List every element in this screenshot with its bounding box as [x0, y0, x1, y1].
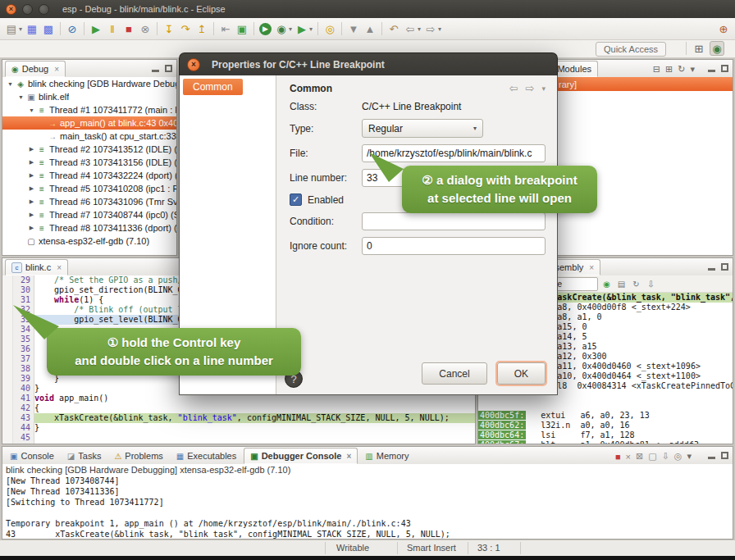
debug-tree-row[interactable]: ▼◈blink checking [GDB Hardware Debug — [2, 77, 176, 90]
debug-tree-row[interactable]: ▶≡Thread #7 1073408744 (ipc0) (Susp — [2, 208, 176, 221]
line-number[interactable]: 38 — [13, 364, 30, 374]
step-over-icon[interactable]: ↷ — [178, 21, 193, 36]
disassembly-line[interactable] — [478, 401, 733, 411]
debug-tree-row[interactable]: ▶≡Thread #8 1073411336 (dport) (Sus — [2, 221, 176, 234]
back-icon[interactable]: ⇦ — [403, 21, 418, 36]
line-number[interactable]: 37 — [13, 354, 30, 364]
line-number[interactable]: 36 — [13, 344, 30, 354]
debug-icon[interactable]: ◉ — [274, 21, 289, 36]
maximize-view-icon[interactable] — [721, 452, 728, 459]
back-icon[interactable]: ⇦ — [509, 82, 518, 94]
step-return-icon[interactable]: ↥ — [194, 21, 209, 36]
code-line[interactable]: } — [34, 423, 475, 433]
save-icon[interactable]: ▦ — [25, 21, 39, 36]
tab-console[interactable]: ▣Console — [4, 448, 60, 464]
resume-icon[interactable]: ▶ — [89, 21, 103, 36]
dialog-titlebar[interactable]: × Properties for C/C++ Line Breakpoint — [179, 52, 558, 75]
pin-editor-icon[interactable]: ⊕ — [716, 21, 731, 36]
tree-expander-icon[interactable]: ▶ — [27, 198, 36, 205]
dialog-close-button[interactable]: × — [187, 58, 200, 71]
debug-tree-row[interactable]: ▶≡Thread #5 1073410208 (ipc1 : Runni — [2, 182, 176, 195]
tab-tasks[interactable]: ◪Tasks — [62, 448, 107, 464]
window-maximize-button[interactable] — [39, 4, 49, 15]
debug-tree-row-selected[interactable]: →app_main() at blink.c:43 0x400db — [2, 116, 176, 130]
skip-all-breakpoints-icon[interactable]: ⊘ — [65, 21, 80, 36]
ignore-count-input[interactable] — [362, 237, 546, 255]
modules-selected-row[interactable]: rary] — [537, 77, 733, 91]
tree-expander-icon[interactable]: ▶ — [27, 172, 36, 179]
tab-problems[interactable]: ⚠Problems — [108, 448, 168, 464]
line-number[interactable]: 40 — [13, 384, 30, 394]
last-edit-location-icon[interactable]: ↶ — [386, 21, 401, 36]
search-icon[interactable]: ◎ — [322, 21, 337, 36]
debug-tree-row[interactable]: ▶≡Thread #6 1073431096 (Tmr Svc) (S — [2, 195, 176, 208]
open-perspective-icon[interactable]: ⊞ — [692, 41, 706, 56]
external-tools-icon-menu[interactable]: ▾ — [309, 25, 313, 33]
history-menu-icon[interactable]: ▾ — [541, 84, 546, 93]
disconnect-icon[interactable]: ⊗ — [138, 21, 153, 36]
clear-console-icon[interactable]: ▢ — [648, 451, 656, 462]
line-number[interactable]: 31 — [13, 295, 30, 305]
line-number[interactable]: 43 — [13, 413, 30, 423]
debug-tree-row[interactable]: ▢xtensa-esp32-elf-gdb (7.10) — [2, 234, 176, 248]
line-number[interactable]: 42 — [13, 403, 30, 413]
close-tab-icon[interactable]: × — [346, 452, 351, 461]
line-number[interactable]: 30 — [13, 285, 30, 295]
previous-annotation-icon[interactable]: ▲ — [363, 21, 377, 36]
step-into-icon[interactable]: ↧ — [162, 21, 176, 36]
debug-perspective-icon[interactable]: ◉ — [710, 41, 724, 56]
instruction-stepping-icon[interactable]: ▣ — [235, 21, 249, 36]
tab-executables[interactable]: ▦Executables — [171, 448, 242, 464]
condition-input[interactable] — [362, 212, 546, 230]
quick-access-button[interactable]: Quick Access — [596, 42, 666, 57]
type-dropdown[interactable]: Regular ▾ — [362, 119, 483, 138]
tab-blink-c[interactable]: c blink.c × — [5, 259, 68, 275]
remove-all-launches-icon[interactable]: ⊠ — [636, 451, 643, 462]
expand-all-icon[interactable]: ⊞ — [665, 64, 673, 75]
pin-console-icon[interactable]: ◎ — [674, 451, 682, 462]
line-number[interactable]: 39 — [13, 374, 30, 384]
tree-expander-icon[interactable]: ▶ — [27, 146, 36, 153]
disassembly-line[interactable]: 400dbc67: blt a1, 0x400dbc81 <__adddf3 — [478, 440, 733, 444]
remove-launch-icon[interactable]: × — [626, 452, 631, 462]
tree-expander-icon[interactable]: ▼ — [27, 107, 36, 113]
back-icon-menu[interactable]: ▾ — [418, 25, 421, 33]
forward-icon[interactable]: ⇨ — [423, 21, 438, 36]
minimize-view-icon[interactable] — [708, 457, 715, 459]
minimize-view-icon[interactable] — [152, 70, 159, 72]
scroll-lock-icon[interactable]: ⇩ — [645, 278, 657, 290]
view-menu-icon[interactable]: ▾ — [690, 64, 695, 75]
disassembly-line[interactable]: 400dbc5f: extui a6, a0, 23, 13 — [478, 411, 733, 421]
disassembly-line[interactable]: 400dbc62: l32i.n a0, a0, 16 — [478, 421, 733, 430]
code-line[interactable]: xTaskCreate(&blink_task, "blink_task", c… — [34, 413, 475, 423]
forward-icon[interactable]: ⇨ — [526, 82, 535, 94]
maximize-view-icon[interactable] — [721, 65, 728, 72]
window-close-button[interactable]: × — [6, 4, 16, 15]
minimize-view-icon[interactable] — [708, 268, 715, 271]
debug-tree-row[interactable]: ▼≡Thread #1 1073411772 (main : Runn — [2, 103, 176, 116]
breakpoint-margin[interactable] — [2, 275, 13, 444]
tree-expander-icon[interactable]: ▼ — [16, 94, 25, 100]
tree-expander-icon[interactable]: ▶ — [27, 185, 36, 192]
new-wizard-icon[interactable]: ▤ — [4, 21, 19, 36]
sync-with-stack-icon[interactable]: ◉ — [600, 278, 613, 290]
sidebar-item-common[interactable]: Common — [183, 79, 243, 95]
code-line[interactable]: { — [34, 403, 475, 413]
run-icon[interactable]: ▶ — [259, 23, 272, 35]
line-number[interactable]: 41 — [13, 394, 30, 403]
close-tab-icon[interactable]: × — [54, 65, 59, 74]
minimize-view-icon[interactable] — [708, 70, 715, 72]
maximize-view-icon[interactable] — [165, 65, 172, 72]
debug-tree-row[interactable]: ▼▣blink.elf — [2, 90, 176, 103]
tab-debugger-console[interactable]: ▣Debugger Console× — [244, 448, 358, 464]
debug-tree-row[interactable]: →main_task() at cpu_start.c:339 0x4 — [2, 130, 176, 143]
refresh-icon[interactable]: ↻ — [630, 278, 642, 290]
console-body[interactable]: blink checking [GDB Hardware Debugging] … — [2, 464, 733, 539]
forward-icon-menu[interactable]: ▾ — [438, 25, 441, 33]
disassembly-line[interactable]: 400dbc64: lsi f7, a1, 128 — [478, 430, 733, 440]
tree-expander-icon[interactable]: ▶ — [27, 225, 36, 231]
next-annotation-icon[interactable]: ▼ — [346, 21, 361, 36]
close-tab-icon[interactable]: × — [57, 263, 62, 272]
terminate-icon[interactable]: ■ — [121, 21, 136, 36]
maximize-view-icon[interactable] — [721, 263, 728, 271]
